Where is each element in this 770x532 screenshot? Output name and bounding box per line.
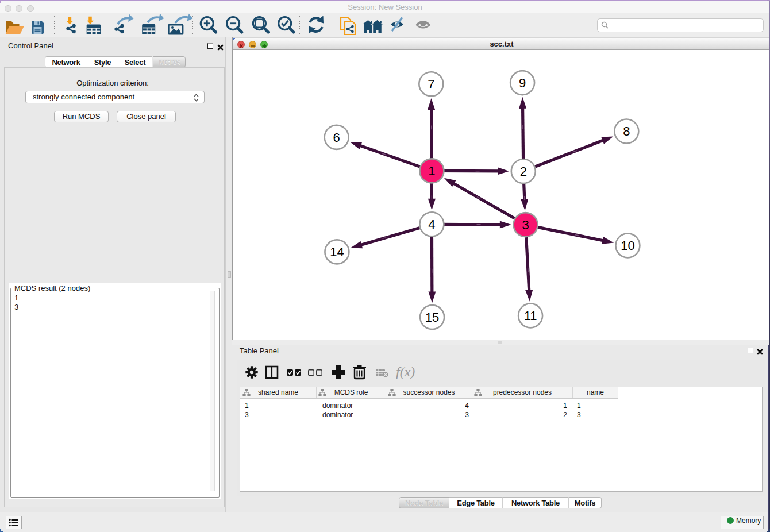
svg-text:14: 14 (330, 245, 344, 259)
svg-text:3: 3 (522, 218, 529, 232)
svg-text:2: 2 (520, 164, 527, 179)
svg-text:8: 8 (623, 124, 630, 138)
svg-text:1: 1 (428, 164, 435, 178)
svg-text:10: 10 (621, 238, 634, 253)
svg-text:15: 15 (425, 310, 439, 325)
svg-text:6: 6 (333, 130, 340, 145)
svg-text:7: 7 (428, 77, 434, 91)
svg-text:9: 9 (519, 76, 526, 90)
svg-text:f(x): f(x) (396, 364, 415, 379)
svg-text:11: 11 (524, 309, 537, 323)
svg-text:4: 4 (428, 217, 435, 232)
